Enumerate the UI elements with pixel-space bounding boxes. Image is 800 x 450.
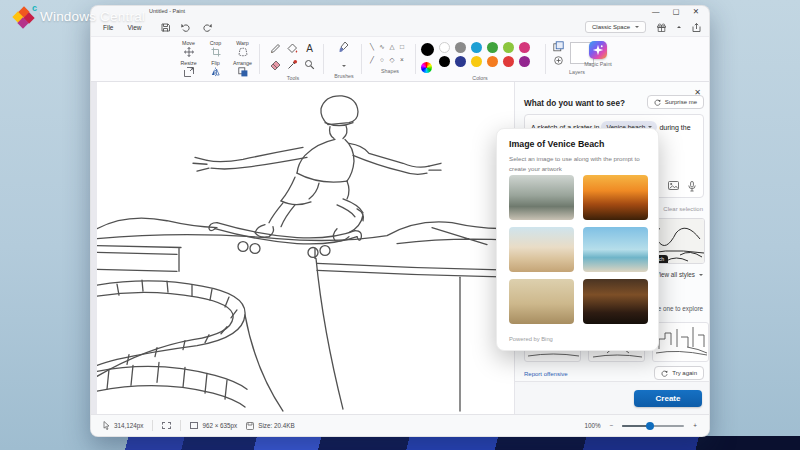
color-swatch[interactable] [487, 56, 498, 67]
diamond-shape-icon[interactable]: ◇ [390, 56, 395, 64]
magic-paint-group: Magic Paint [577, 40, 619, 67]
undo-icon[interactable] [181, 23, 191, 32]
magic-paint-group-label: Magic Paint [577, 61, 619, 67]
sunset-skatepark-thumbnail[interactable] [583, 175, 648, 220]
magic-paint-icon[interactable] [589, 41, 607, 59]
color-swatch[interactable] [503, 56, 514, 67]
close-button[interactable]: ✕ [693, 7, 699, 17]
color-wheel-icon[interactable] [421, 62, 432, 73]
layers-stack-icon[interactable] [553, 41, 564, 52]
cursor-position-readout: 314,124px [103, 421, 143, 430]
popup-title: Image of Venice Beach [509, 139, 604, 149]
clear-selection-link[interactable]: Clear selection [663, 206, 703, 212]
shapes-group-label: Shapes [367, 68, 413, 74]
selection-size-icon [162, 422, 171, 429]
canvas-size-readout: 962 × 635px [190, 422, 237, 429]
style-space-dropdown[interactable]: Classic Space [585, 21, 646, 33]
add-image-icon[interactable] [668, 181, 679, 191]
color-swatch[interactable] [503, 42, 514, 53]
pencil-icon[interactable] [270, 43, 281, 54]
brush-icon[interactable] [338, 41, 350, 55]
palette-row-1 [439, 42, 530, 53]
triangle-shape-icon[interactable]: △ [390, 43, 395, 51]
text-tool-icon[interactable]: A [304, 43, 315, 54]
result-thumbnail-3[interactable] [652, 322, 709, 362]
color-swatch[interactable] [439, 42, 450, 53]
save-icon[interactable] [161, 23, 170, 32]
zoom-slider-knob[interactable] [646, 422, 654, 430]
palette-row-2 [439, 56, 530, 67]
tools-group: A Tools [267, 40, 319, 81]
fill-bucket-icon[interactable] [287, 43, 298, 54]
color-swatch[interactable] [439, 56, 450, 67]
report-offensive-link[interactable]: Report offensive [524, 371, 568, 377]
cross-shape-icon[interactable]: × [400, 56, 404, 63]
add-layer-icon[interactable] [554, 56, 563, 65]
titlebar: Untitled - Paint — ▢ ✕ [91, 6, 709, 19]
move-tool[interactable]: Move [175, 40, 202, 60]
venice-beach-image-popup: Image of Venice Beach Select an image to… [496, 128, 659, 351]
svg-text:A: A [306, 43, 313, 54]
warp-icon [238, 47, 248, 57]
lifeguard-tower-thumbnail[interactable] [583, 227, 648, 272]
zoom-slider[interactable] [622, 421, 684, 431]
curve-shape-icon[interactable]: ∿ [379, 43, 384, 51]
redo-icon[interactable] [202, 23, 212, 32]
flip-tool[interactable]: Flip [202, 60, 229, 80]
windows-central-watermark: c Windows Central [14, 7, 145, 26]
crop-tool[interactable]: Crop [202, 40, 229, 60]
palm-lined-path-thumbnail[interactable] [509, 175, 574, 220]
refresh-icon [654, 99, 661, 106]
zoom-level: 100% [585, 422, 601, 429]
skater-sketch [97, 82, 516, 414]
line-shape-icon[interactable]: ╲ [370, 43, 374, 51]
color-swatch[interactable] [455, 42, 466, 53]
drawing-canvas[interactable] [97, 82, 516, 414]
venice-sign-night-thumbnail[interactable] [583, 279, 648, 324]
share-icon[interactable] [692, 23, 701, 32]
statusbar: 314,124px 962 × 635px Size: 20.4KB 100% … [91, 414, 709, 436]
minimize-button[interactable]: — [652, 7, 660, 17]
current-color-swatch[interactable] [421, 43, 434, 56]
arrange-icon [238, 67, 248, 77]
eraser-icon[interactable] [270, 59, 281, 70]
warp-tool[interactable]: Warp [229, 40, 256, 60]
ellipse-shape-icon[interactable]: ○ [380, 56, 384, 63]
move-icon [184, 47, 194, 57]
file-size-icon [246, 422, 254, 430]
rectangle-shape-icon[interactable]: □ [400, 43, 404, 50]
resize-tool[interactable]: Resize [175, 60, 202, 80]
vintage-palms-thumbnail[interactable] [509, 279, 574, 324]
window-title: Untitled - Paint [149, 8, 185, 14]
try-again-button[interactable]: Try again [654, 366, 704, 380]
popup-subtitle: Select an image to use along with the pr… [509, 154, 648, 173]
color-swatch[interactable] [519, 56, 530, 67]
eyedropper-icon[interactable] [287, 59, 298, 70]
popup-attribution: Powered by Bing [509, 336, 553, 342]
zoom-out-button[interactable]: − [610, 422, 614, 429]
zoom-in-button[interactable]: + [693, 422, 697, 429]
brushes-chevron-icon[interactable] [342, 65, 346, 69]
view-all-styles-link[interactable]: View all styles [656, 271, 703, 278]
diagonal-shape-icon[interactable]: ╱ [370, 56, 374, 64]
color-swatch[interactable] [487, 42, 498, 53]
color-swatch[interactable] [471, 42, 482, 53]
retry-icon [661, 370, 668, 377]
microphone-icon[interactable] [688, 181, 696, 192]
color-swatch[interactable] [471, 56, 482, 67]
panel-footer: Create [515, 381, 709, 414]
maximize-button[interactable]: ▢ [673, 7, 680, 17]
color-swatch[interactable] [519, 42, 530, 53]
magnifier-icon[interactable] [304, 59, 315, 70]
surprise-me-button[interactable]: Surprise me [647, 95, 704, 109]
arrange-tool[interactable]: Arrange [229, 60, 256, 80]
gift-icon[interactable] [657, 23, 666, 32]
ribbon-toolbar: Move Crop Warp Resize Flip Arrange [91, 36, 709, 82]
color-swatch[interactable] [455, 56, 466, 67]
cursor-icon [103, 421, 110, 430]
crop-icon [211, 47, 221, 57]
collapse-ribbon-icon[interactable] [677, 24, 681, 28]
boardwalk-buildings-thumbnail[interactable] [509, 227, 574, 272]
flip-icon [211, 67, 221, 77]
create-button[interactable]: Create [634, 390, 702, 407]
